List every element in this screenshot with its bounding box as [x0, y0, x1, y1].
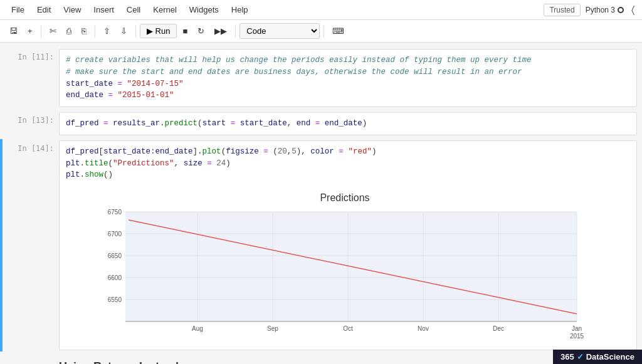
c-paren7: (: [108, 159, 113, 168]
cell-14-prompt: In [14]:: [3, 139, 59, 351]
menu-edit[interactable]: Edit: [31, 3, 57, 17]
xlabel-oct: Oct: [343, 325, 353, 332]
p-start: start: [203, 119, 226, 128]
menu-widgets[interactable]: Widgets: [183, 3, 225, 17]
fn-title: title: [85, 159, 108, 168]
xlabel-sep: Sep: [267, 325, 278, 332]
cell-14: In [14]: df_pred[start_date:end_date].pl…: [0, 139, 642, 351]
menu-help[interactable]: Help: [225, 3, 255, 17]
run-button[interactable]: ▶ Run: [140, 24, 177, 38]
menu-view[interactable]: View: [57, 3, 87, 17]
v-sd: start_date: [240, 119, 287, 128]
n-5: 5: [292, 147, 297, 156]
cut-button[interactable]: ✄: [45, 24, 61, 38]
cell-11: In [11]: # create variables that will he…: [0, 48, 642, 108]
c-comma3: ,: [301, 147, 306, 156]
kernel-info: Python 3: [586, 6, 624, 14]
n-24: 24: [216, 159, 226, 168]
run-label: Run: [155, 26, 171, 36]
c-paren1: (: [197, 119, 203, 128]
ylabel-6700: 6700: [108, 231, 122, 237]
str-start: "2014-07-15": [127, 80, 184, 88]
menu-file[interactable]: File: [5, 3, 31, 17]
c-dot: .: [160, 119, 165, 128]
cell-14-content[interactable]: df_pred[start_date:end_date].plot(figsiz…: [59, 140, 637, 350]
op-1: =: [118, 80, 123, 88]
n-20: 20: [278, 147, 287, 156]
ylabel-6750: 6750: [108, 209, 122, 216]
move-up-button[interactable]: ⇧: [99, 24, 115, 38]
restart-run-button[interactable]: ▶▶: [210, 24, 231, 38]
save-button[interactable]: 🖫: [5, 24, 22, 38]
fn-show: show: [85, 170, 103, 179]
toolbar-divider-3: [135, 25, 136, 38]
restart-button[interactable]: ↻: [193, 24, 209, 38]
c-paren8: ): [226, 159, 231, 168]
section-heading: Using Returns Instead: [59, 360, 637, 364]
fn-predict: predict: [165, 119, 198, 128]
kernel-name: Python 3: [586, 6, 615, 14]
copy-button[interactable]: ⎙: [62, 24, 76, 38]
cell-14-code[interactable]: df_pred[start_date:end_date].plot(figsiz…: [60, 141, 636, 186]
p-size: size: [184, 159, 203, 168]
toolbar-divider-2: [95, 25, 95, 38]
move-down-button[interactable]: ⇩: [116, 24, 132, 38]
v-dfpred2: df_pred: [66, 147, 99, 156]
menu-insert[interactable]: Insert: [87, 3, 120, 17]
op-8: =: [207, 159, 212, 168]
p-color: color: [310, 147, 334, 156]
cell-13-prompt: In [13]:: [3, 111, 59, 137]
branding-number: 365: [560, 352, 574, 361]
trusted-badge: Trusted: [544, 4, 580, 16]
op-3: =: [103, 119, 108, 128]
c-comma4: ,: [174, 159, 179, 168]
keyboard-button[interactable]: ⌨: [328, 24, 349, 38]
heading-cell: Using Returns Instead: [0, 356, 642, 364]
op-5: =: [315, 119, 320, 128]
var-end: end_date: [66, 91, 103, 100]
heading-prompt: [3, 356, 59, 364]
add-cell-button[interactable]: +: [23, 24, 37, 38]
cell-11-content[interactable]: # create variables that will help us cha…: [59, 49, 637, 107]
kernel-status-icon: [618, 7, 624, 13]
ylabel-6600: 6600: [108, 274, 122, 281]
v-dfpred: df_pred: [66, 119, 99, 128]
c-colon: :: [150, 147, 155, 156]
v-ed2: end_date: [155, 147, 193, 156]
xlabel-aug: Aug: [192, 325, 203, 332]
cell-13-code[interactable]: df_pred = results_ar.predict(start = sta…: [60, 113, 636, 135]
cell-11-code[interactable]: # create variables that will help us cha…: [60, 49, 636, 107]
menubar-right: Trusted Python 3 〈: [544, 4, 637, 16]
branding-sub: DataScience: [586, 352, 634, 361]
menubar: File Edit View Insert Cell Kernel Widget…: [0, 0, 642, 20]
fn-plot: plot: [203, 147, 221, 156]
branding: 365 ✓ DataScience: [553, 350, 642, 364]
c-bracket2: ]: [193, 147, 198, 156]
xlabel-jan: Jan: [572, 325, 582, 332]
menu-kernel[interactable]: Kernel: [147, 3, 183, 17]
c-paren2: ): [362, 119, 367, 128]
cell-13-content[interactable]: df_pred = results_ar.predict(start = sta…: [59, 112, 637, 135]
ylabel-6650: 6650: [108, 252, 122, 259]
str-predictions: "Predictions": [113, 159, 174, 168]
v-ed: end_date: [325, 119, 362, 128]
c-parens: (): [103, 170, 113, 179]
toolbar-divider-1: [41, 25, 41, 38]
expand-button[interactable]: 〈: [629, 4, 637, 16]
paste-button[interactable]: ⎘: [77, 24, 91, 38]
str-red: "red": [348, 147, 372, 156]
toolbar-divider-5: [324, 25, 324, 38]
menu-cell[interactable]: Cell: [120, 3, 147, 17]
toolbar: 🖫 + ✄ ⎙ ⎘ ⇧ ⇩ ▶ Run ■ ↻ ▶▶ CodeMarkdownR…: [0, 20, 642, 43]
branding-checkmark-icon: ✓: [577, 352, 584, 361]
c-paren3: (: [221, 147, 226, 156]
cell-14-output: Predictions: [60, 186, 636, 350]
p-figsize: figsize: [226, 147, 259, 156]
c-dot4: .: [80, 170, 85, 179]
interrupt-button[interactable]: ■: [178, 24, 192, 38]
run-icon: ▶: [147, 26, 153, 36]
v-plt2: plt: [66, 170, 80, 179]
op-2: =: [108, 91, 113, 100]
cell-type-select[interactable]: CodeMarkdownRaw NBConvert: [239, 23, 320, 39]
var-start: start_date: [66, 80, 113, 88]
